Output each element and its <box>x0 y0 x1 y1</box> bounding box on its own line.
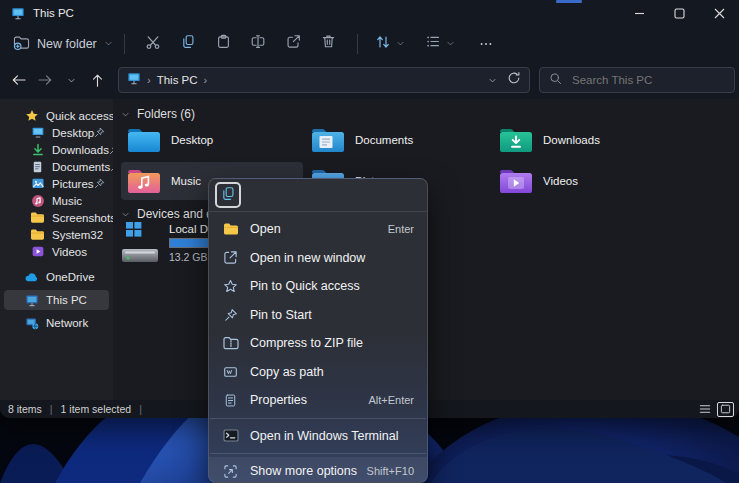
refresh-icon[interactable] <box>507 71 521 89</box>
view-icon <box>425 34 441 53</box>
context-menu-item-label: Pin to Quick access <box>250 279 360 293</box>
zip-icon <box>222 336 239 350</box>
context-menu-item-label: Show more options <box>250 464 357 478</box>
context-menu-item-pin-to-start[interactable]: Pin to Start <box>209 301 427 330</box>
new-folder-button[interactable]: New folder <box>13 35 113 53</box>
section-title: Folders (6) <box>137 107 195 121</box>
context-menu-item-label: Copy as path <box>250 365 324 379</box>
sidebar-item-label: Quick access <box>46 110 113 122</box>
forward-button[interactable] <box>32 67 58 93</box>
address-bar-row: › This PC › <box>0 61 739 99</box>
pin-icon <box>94 178 105 189</box>
document-icon <box>30 160 45 174</box>
copy-button[interactable] <box>171 30 206 58</box>
desktop-screen: This PC New folder <box>0 0 739 483</box>
folder-open-icon <box>222 222 239 236</box>
folder-icon <box>30 228 45 241</box>
section-header-folders[interactable]: Folders (6) <box>121 107 195 121</box>
pin-icon <box>94 127 105 138</box>
sort-button[interactable] <box>375 34 405 54</box>
context-menu-item-open-in-new-window[interactable]: Open in new window <box>209 244 427 273</box>
minimize-button[interactable] <box>619 0 659 26</box>
context-menu-item-properties[interactable]: PropertiesAlt+Enter <box>209 386 427 415</box>
close-button[interactable] <box>699 0 739 26</box>
address-bar[interactable]: › This PC › <box>118 67 530 93</box>
maximize-button[interactable] <box>659 0 699 26</box>
context-menu-item-show-more-options[interactable]: Show more optionsShift+F10 <box>209 457 427 483</box>
folder-icon <box>30 211 45 224</box>
share-button[interactable] <box>276 30 311 58</box>
context-menu-item-pin-to-quick-access[interactable]: Pin to Quick access <box>209 272 427 301</box>
context-menu-item-copy-as-path[interactable]: Copy as path <box>209 358 427 387</box>
sidebar-item-label: Videos <box>52 246 87 258</box>
context-menu-item-open[interactable]: OpenEnter <box>209 215 427 244</box>
context-menu-shortcut: Enter <box>388 223 414 235</box>
desktop-icon <box>30 126 45 139</box>
pictures-icon <box>30 177 45 190</box>
sidebar-item-label: OneDrive <box>46 271 95 283</box>
folder-downloads-icon <box>499 127 533 154</box>
copy-icon <box>221 186 236 205</box>
context-menu-item-label: Open in new window <box>250 251 365 265</box>
folder-tile-documents[interactable]: Documents <box>305 121 487 159</box>
new-folder-label: New folder <box>37 37 97 51</box>
delete-button[interactable] <box>311 30 346 58</box>
recent-locations-button[interactable] <box>58 67 84 93</box>
back-button[interactable] <box>6 67 32 93</box>
up-button[interactable] <box>84 67 110 93</box>
folder-tile-label: Desktop <box>171 134 213 146</box>
cut-icon <box>145 34 161 54</box>
wallpaper-sliver <box>556 0 582 3</box>
sidebar-item-documents[interactable]: Documents <box>4 158 109 175</box>
search-input[interactable] <box>570 73 710 87</box>
sidebar-item-screenshots[interactable]: Screenshots <box>4 209 109 226</box>
folder-tile-videos[interactable]: Videos <box>493 162 675 200</box>
sidebar-item-quick-access[interactable]: Quick access <box>4 107 109 124</box>
sidebar-item-system32[interactable]: System32 <box>4 226 109 243</box>
collapse-chevron-icon <box>121 210 130 219</box>
cut-button[interactable] <box>136 30 171 58</box>
chevron-down-icon <box>396 39 405 48</box>
context-menu-item-label: Open <box>250 222 281 236</box>
sidebar-item-desktop[interactable]: Desktop <box>4 124 109 141</box>
context-copy-button[interactable] <box>215 182 241 208</box>
context-menu-item-label: Pin to Start <box>250 308 312 322</box>
large-icons-view-button[interactable] <box>717 402 734 417</box>
context-menu-item-open-in-windows-terminal[interactable]: Open in Windows Terminal <box>209 422 427 451</box>
toolbar-separator <box>357 34 358 54</box>
status-separator: | <box>50 403 53 415</box>
star-icon <box>24 109 39 122</box>
folder-tile-downloads[interactable]: Downloads <box>493 121 675 159</box>
more-options-button[interactable] <box>469 30 504 58</box>
rename-button[interactable] <box>241 30 276 58</box>
toolbar-separator <box>124 34 125 54</box>
folder-tile-desktop[interactable]: Desktop <box>121 121 303 159</box>
sidebar-item-downloads[interactable]: Downloads <box>4 141 109 158</box>
context-menu-item-compress-to-zip-file[interactable]: Compress to ZIP file <box>209 329 427 358</box>
sidebar-item-music[interactable]: Music <box>4 192 109 209</box>
copy-path-icon <box>222 365 239 379</box>
context-menu-command-row <box>209 179 427 212</box>
share-icon <box>286 34 301 53</box>
search-box[interactable] <box>539 67 735 93</box>
breadcrumb[interactable]: This PC <box>157 74 198 86</box>
address-dropdown-icon[interactable] <box>488 71 497 89</box>
sidebar-item-label: Documents <box>52 161 110 173</box>
view-button[interactable] <box>425 34 455 53</box>
sidebar-item-pictures[interactable]: Pictures <box>4 175 109 192</box>
paste-button[interactable] <box>206 30 241 58</box>
sidebar-item-label: Desktop <box>52 127 94 139</box>
chevron-down-icon <box>104 39 113 48</box>
thispc-icon <box>24 294 39 307</box>
sidebar-item-this-pc[interactable]: This PC <box>4 290 109 310</box>
sidebar-item-videos[interactable]: Videos <box>4 243 109 260</box>
folder-music-icon <box>127 168 161 195</box>
selected-count: 1 item selected <box>61 403 132 415</box>
details-view-button[interactable] <box>696 402 713 417</box>
breadcrumb-chevron-icon: › <box>147 74 151 86</box>
search-icon <box>549 71 562 89</box>
context-menu: OpenEnterOpen in new windowPin to Quick … <box>208 178 428 483</box>
properties-icon <box>222 393 239 408</box>
sidebar-item-onedrive[interactable]: OneDrive <box>4 267 109 287</box>
sidebar-item-network[interactable]: Network <box>4 313 109 333</box>
